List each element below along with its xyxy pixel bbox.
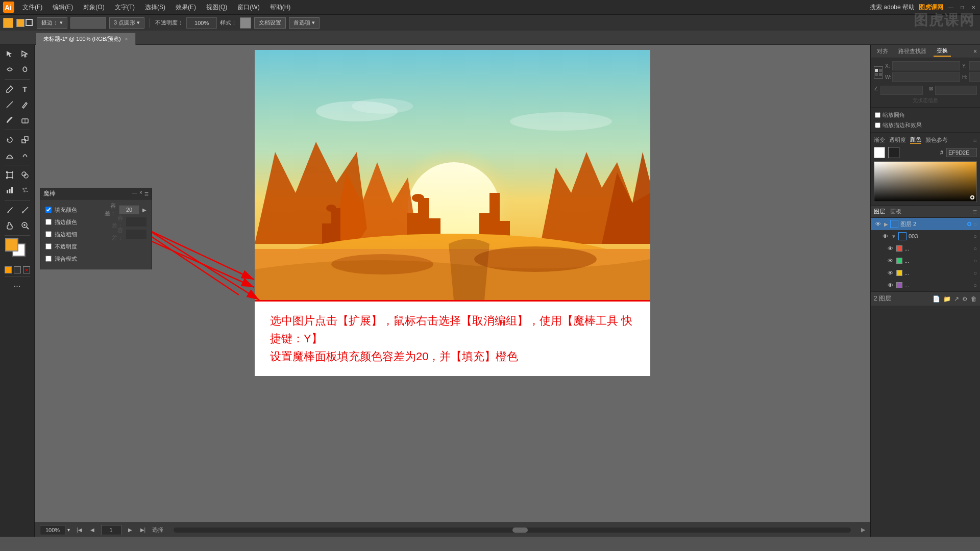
- layers-tab[interactable]: 图层: [874, 208, 885, 215]
- layer-003-circle[interactable]: ○: [973, 233, 977, 239]
- menu-object[interactable]: 对象(O): [79, 2, 108, 13]
- lasso-tool[interactable]: [18, 62, 32, 77]
- free-transform-tool[interactable]: [3, 168, 17, 182]
- layer-item-red[interactable]: 👁 ... ○: [871, 242, 980, 255]
- layer-item-003[interactable]: 👁 ▼ 003 ○: [871, 230, 980, 242]
- pen-tool[interactable]: [3, 82, 17, 96]
- shape-builder-tool[interactable]: [18, 168, 32, 182]
- layer-purple-circle[interactable]: ○: [973, 282, 977, 288]
- white-swatch[interactable]: [874, 147, 885, 158]
- layer-item-2[interactable]: 👁 ▶ 图层 2 ○: [871, 218, 980, 230]
- stroke-weight-checkbox[interactable]: [45, 231, 52, 237]
- artboard-tab[interactable]: 画板: [890, 208, 901, 215]
- blend-mode-selector[interactable]: 摄边： ▾: [37, 17, 67, 29]
- align-tab[interactable]: 对齐: [874, 46, 891, 56]
- fill-color-checkbox[interactable]: [45, 207, 52, 213]
- angle-input[interactable]: [880, 86, 923, 95]
- maximize-button[interactable]: □: [959, 4, 966, 11]
- search-placeholder[interactable]: 搜索 adobe 帮助: [870, 3, 915, 12]
- scale-stroke-checkbox[interactable]: [875, 122, 880, 128]
- layer-green-visibility[interactable]: 👁: [886, 257, 894, 265]
- panel-menu-button[interactable]: ≡: [144, 190, 149, 198]
- color-tab[interactable]: 颜色: [910, 136, 921, 144]
- liquify-tool[interactable]: [18, 148, 32, 162]
- transform-tab[interactable]: 变换: [934, 46, 951, 57]
- prev-page-button[interactable]: ◀: [89, 527, 96, 533]
- right-panel-close-button[interactable]: ×: [973, 48, 977, 55]
- pencil-tool[interactable]: [18, 97, 32, 112]
- canvas-wrapper[interactable]: 魔棒 — × ≡ 填充颜色 容差： ▶: [35, 45, 870, 522]
- black-swatch[interactable]: [888, 147, 899, 158]
- last-page-button[interactable]: ▶|: [139, 527, 148, 533]
- x-input[interactable]: [892, 61, 960, 70]
- line-tool[interactable]: [3, 97, 17, 112]
- y-input[interactable]: [969, 61, 980, 70]
- panel-minimize-button[interactable]: —: [132, 190, 137, 198]
- quick-color-fg[interactable]: [5, 266, 12, 273]
- toolbar-color-stroke[interactable]: [26, 19, 34, 27]
- blend-mode-checkbox[interactable]: [45, 256, 52, 262]
- first-page-button[interactable]: |◀: [75, 527, 84, 533]
- minimize-button[interactable]: —: [947, 4, 954, 11]
- quick-color-bg[interactable]: [14, 266, 21, 273]
- graph-tool[interactable]: [3, 183, 17, 197]
- scale-tool[interactable]: [18, 133, 32, 147]
- new-layer-button[interactable]: 📄: [933, 295, 940, 303]
- fill-color-box[interactable]: [3, 18, 13, 28]
- menu-type[interactable]: 文字(T): [111, 2, 139, 13]
- opacity-checkbox[interactable]: [45, 243, 52, 249]
- foreground-color-swatch[interactable]: [5, 238, 18, 252]
- transform-grid-icon[interactable]: [874, 66, 883, 79]
- layer-2-circle[interactable]: [967, 222, 971, 226]
- menu-select[interactable]: 选择(S): [141, 2, 169, 13]
- zoom-input[interactable]: [40, 525, 65, 535]
- type-tool[interactable]: T: [18, 82, 32, 96]
- layer-2-visibility[interactable]: 👁: [874, 220, 882, 228]
- symbol-sprayer-tool[interactable]: [18, 183, 32, 197]
- gradient-tab[interactable]: 渐变: [874, 136, 885, 144]
- layer-purple-visibility[interactable]: 👁: [886, 281, 894, 289]
- scrollbar-thumb[interactable]: [512, 528, 528, 533]
- layer-003-expand[interactable]: ▼: [891, 234, 896, 239]
- layer-item-green[interactable]: 👁 ... ○: [871, 255, 980, 267]
- style-swatch[interactable]: [240, 17, 251, 29]
- menu-effect[interactable]: 效果(E): [172, 2, 200, 13]
- layer-red-circle[interactable]: ○: [973, 245, 977, 252]
- scroll-right-arrow[interactable]: ▶: [861, 527, 865, 533]
- close-button[interactable]: ✕: [970, 4, 977, 11]
- layer-2-lock[interactable]: ○: [973, 221, 977, 227]
- doc-settings-button[interactable]: 文档设置: [254, 17, 286, 29]
- stroke-color-checkbox[interactable]: [45, 219, 52, 225]
- zoom-tool[interactable]: [18, 218, 32, 233]
- hex-input[interactable]: [946, 148, 977, 157]
- layer-options-button[interactable]: ⚙: [962, 295, 968, 303]
- menu-window[interactable]: 窗口(W): [233, 2, 263, 13]
- menu-edit[interactable]: 编辑(E): [48, 2, 77, 13]
- eraser-tool[interactable]: [18, 113, 32, 127]
- tab-close-button[interactable]: ×: [125, 36, 128, 42]
- layer-yellow-circle[interactable]: ○: [973, 270, 977, 276]
- preferences-button[interactable]: 首选项 ▾: [289, 17, 320, 29]
- point-style-selector[interactable]: 3 点圆形 ▾: [109, 17, 144, 29]
- layer-red-visibility[interactable]: 👁: [886, 244, 894, 253]
- selection-tool[interactable]: [3, 47, 17, 61]
- measure-tool[interactable]: [18, 203, 32, 217]
- warp-tool[interactable]: [3, 62, 17, 77]
- menu-file[interactable]: 文件(F): [18, 2, 46, 13]
- direct-selection-tool[interactable]: [18, 47, 32, 61]
- rotate-tool[interactable]: [3, 133, 17, 147]
- menu-view[interactable]: 视图(Q): [202, 2, 231, 13]
- layer-2-expand[interactable]: ▶: [884, 221, 888, 227]
- more-tools-button[interactable]: ···: [10, 279, 24, 293]
- layer-item-purple[interactable]: 👁 ... ○: [871, 279, 980, 291]
- tolerance-arrow[interactable]: ▶: [142, 207, 146, 213]
- opacity-input[interactable]: [186, 17, 217, 29]
- height-input[interactable]: [969, 72, 980, 82]
- page-input[interactable]: [101, 525, 121, 535]
- document-tab[interactable]: 未标题-1* @ 100% (RGB/预览) ×: [36, 33, 136, 45]
- panel-close-button[interactable]: ×: [139, 190, 142, 198]
- layer-green-circle[interactable]: ○: [973, 258, 977, 264]
- pathfinder-tab[interactable]: 路径查找器: [895, 46, 929, 56]
- stroke-input[interactable]: [70, 17, 106, 29]
- next-page-button[interactable]: ▶: [127, 527, 134, 533]
